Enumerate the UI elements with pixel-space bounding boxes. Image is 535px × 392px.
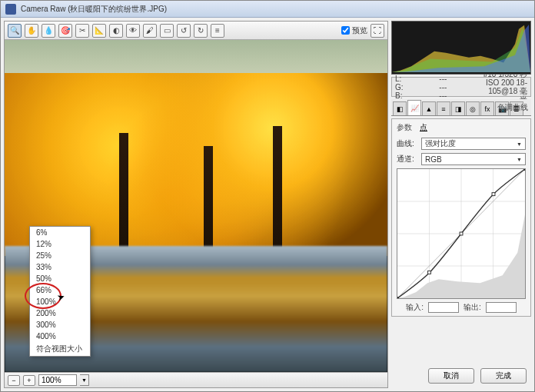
zoom-option[interactable]: 200% xyxy=(30,307,90,319)
titlebar: Camera Raw (秋日暖阳下的缤纷世界.JPG) xyxy=(1,1,534,18)
spot-removal-tool[interactable]: ◐ xyxy=(109,24,123,38)
camera-raw-window: Camera Raw (秋日暖阳下的缤纷世界.JPG) 🔍 ✋ 💧 🎯 ✂ 📐 … xyxy=(0,0,535,392)
adjust-brush-tool[interactable]: 🖌 xyxy=(143,24,157,38)
zoom-option[interactable]: 300% xyxy=(30,319,90,331)
straighten-tool[interactable]: 📐 xyxy=(92,24,106,38)
grad-filter-tool[interactable]: ▭ xyxy=(160,24,174,38)
zoom-in-button[interactable]: + xyxy=(23,375,35,386)
image-preview[interactable]: 6% 12% 25% 33% 50% 66% 100% 200% 300% 40… xyxy=(5,40,387,372)
input-label: 输入: xyxy=(406,302,424,313)
histogram[interactable] xyxy=(391,21,531,75)
dialog-buttons: 取消 完成 xyxy=(391,365,531,388)
preview-checkbox[interactable]: 预览 xyxy=(341,25,367,36)
subtab-parametric[interactable]: 参数 xyxy=(397,122,412,133)
rgb-values: --- --- --- xyxy=(439,75,483,100)
tab-group-label: 色调曲线 xyxy=(497,102,528,113)
left-pane: 🔍 ✋ 💧 🎯 ✂ 📐 ◐ 👁 🖌 ▭ ↺ ↻ ≡ 预览 ⛶ xyxy=(4,21,388,388)
right-pane: L: G: B: --- --- --- f/10 1/320 秒 ISO 20… xyxy=(391,21,531,388)
bottom-bar: − + 100% ▼ xyxy=(5,372,387,387)
tab-detail[interactable]: ▲ xyxy=(422,101,436,115)
zoom-option[interactable]: 400% xyxy=(30,331,90,342)
svg-rect-10 xyxy=(492,193,495,196)
tab-basic[interactable]: ◧ xyxy=(393,101,407,115)
panel-subtabs: 参数 点 xyxy=(397,122,526,133)
crop-tool[interactable]: ✂ xyxy=(75,24,89,38)
redeye-tool[interactable]: 👁 xyxy=(126,24,140,38)
zoom-option[interactable]: 33% xyxy=(30,261,90,273)
rotate-cw[interactable]: ↻ xyxy=(194,24,208,38)
zoom-option-fit[interactable]: 符合视图大小 xyxy=(30,342,90,356)
zoom-option[interactable]: 50% xyxy=(30,273,90,284)
zoom-tool[interactable]: 🔍 xyxy=(8,24,22,38)
output-field[interactable] xyxy=(486,302,517,313)
chevron-down-icon: ▼ xyxy=(517,141,522,147)
adjustment-tabs: ◧ 📈 ▲ ≡ ◨ ◎ fx 📷 ≣ 色调曲线 xyxy=(391,99,531,116)
zoom-option[interactable]: 12% xyxy=(30,238,90,250)
app-icon xyxy=(5,4,16,15)
rotate-ccw[interactable]: ↺ xyxy=(177,24,191,38)
hand-tool[interactable]: ✋ xyxy=(25,24,38,38)
channel-value: RGB xyxy=(425,155,442,164)
curve-preset-select[interactable]: 强对比度 ▼ xyxy=(421,138,526,150)
channel-label: 通道: xyxy=(397,154,418,164)
content-area: 🔍 ✋ 💧 🎯 ✂ 📐 ◐ 👁 🖌 ▭ ↺ ↻ ≡ 预览 ⛶ xyxy=(1,18,534,391)
svg-rect-9 xyxy=(460,232,463,235)
curve-preset-value: 强对比度 xyxy=(425,138,456,149)
io-readout: 输入: 输出: xyxy=(397,302,526,313)
cancel-button[interactable]: 取消 xyxy=(428,368,474,384)
window-title: Camera Raw (秋日暖阳下的缤纷世界.JPG) xyxy=(21,4,167,15)
info-readout: L: G: B: --- --- --- f/10 1/320 秒 ISO 20… xyxy=(391,77,531,97)
tab-lens[interactable]: ◎ xyxy=(466,101,480,115)
tab-hsl[interactable]: ≡ xyxy=(437,101,450,115)
tone-curve-panel: 参数 点 曲线: 强对比度 ▼ 通道: RGB ▼ xyxy=(391,118,531,317)
zoom-value[interactable]: 100% xyxy=(38,374,77,386)
zoom-option[interactable]: 25% xyxy=(30,250,90,261)
subtab-point[interactable]: 点 xyxy=(420,122,427,133)
preview-check-input[interactable] xyxy=(341,26,350,35)
prefs-tool[interactable]: ≡ xyxy=(211,24,224,38)
curve-editor[interactable] xyxy=(397,168,526,299)
rgb-labels: L: G: B: xyxy=(395,75,439,100)
svg-rect-11 xyxy=(523,169,525,171)
tab-tone-curve[interactable]: 📈 xyxy=(407,100,421,115)
tab-fx[interactable]: fx xyxy=(480,101,494,115)
svg-rect-7 xyxy=(397,297,399,298)
zoom-dropdown-button[interactable]: ▼ xyxy=(80,374,89,386)
channel-select[interactable]: RGB ▼ xyxy=(421,153,526,165)
color-sampler-tool[interactable]: 🎯 xyxy=(58,24,72,38)
chevron-down-icon: ▼ xyxy=(517,157,522,162)
done-button[interactable]: 完成 xyxy=(480,368,527,384)
input-field[interactable] xyxy=(428,302,459,313)
zoom-out-button[interactable]: − xyxy=(8,375,20,386)
output-label: 输出: xyxy=(464,302,481,313)
fullscreen-button[interactable]: ⛶ xyxy=(371,24,384,38)
zoom-option[interactable]: 6% xyxy=(30,227,90,238)
svg-rect-8 xyxy=(428,271,431,274)
curve-label: 曲线: xyxy=(397,138,418,149)
wb-tool[interactable]: 💧 xyxy=(42,24,55,38)
preview-label: 预览 xyxy=(352,25,367,36)
tab-split[interactable]: ◨ xyxy=(451,101,465,115)
toolbar: 🔍 ✋ 💧 🎯 ✂ 📐 ◐ 👁 🖌 ▭ ↺ ↻ ≡ 预览 ⛶ xyxy=(5,22,387,40)
